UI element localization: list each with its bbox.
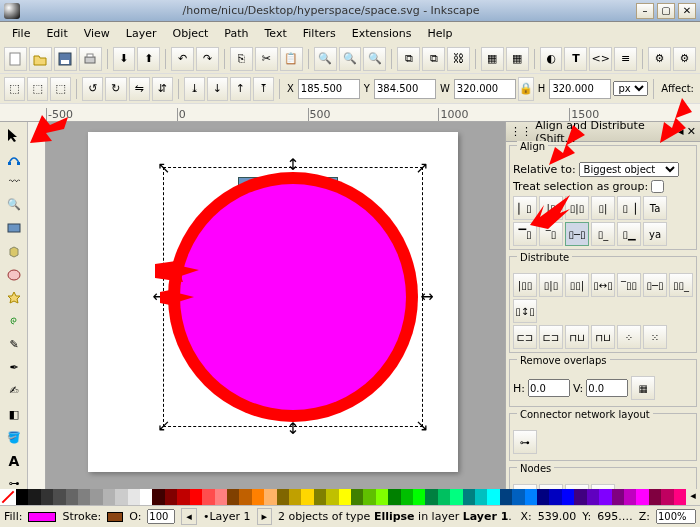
dist-right[interactable]: ▯▯| xyxy=(565,273,589,297)
select-all-button[interactable]: ⬚ xyxy=(4,77,25,101)
swatch[interactable] xyxy=(326,489,338,505)
open-button[interactable] xyxy=(29,47,52,71)
swatch[interactable] xyxy=(413,489,425,505)
menu-filters[interactable]: Filters xyxy=(295,24,344,43)
swatch[interactable] xyxy=(252,489,264,505)
dist-left[interactable]: |▯▯ xyxy=(513,273,537,297)
bucket-tool[interactable]: 🪣 xyxy=(2,426,26,448)
zoom-tool[interactable]: 🔍 xyxy=(2,194,26,216)
zoom-sel-button[interactable]: 🔍 xyxy=(314,47,337,71)
raise-top-button[interactable]: ⤒ xyxy=(253,77,274,101)
maximize-button[interactable]: ▢ xyxy=(657,3,675,19)
dist-text-v2[interactable]: ⊓⊔ xyxy=(591,325,615,349)
swatch[interactable] xyxy=(90,489,102,505)
swatch[interactable] xyxy=(376,489,388,505)
align-right[interactable]: ▯| xyxy=(591,196,615,220)
y-input[interactable] xyxy=(374,79,436,99)
swatch[interactable] xyxy=(215,489,227,505)
menu-edit[interactable]: Edit xyxy=(38,24,75,43)
swatch[interactable] xyxy=(612,489,624,505)
text-tool[interactable]: A xyxy=(2,450,26,472)
flip-v-button[interactable]: ⇵ xyxy=(152,77,173,101)
swatch[interactable] xyxy=(500,489,512,505)
align-vcenter[interactable]: ▯─▯ xyxy=(565,222,589,246)
fill-indicator[interactable] xyxy=(28,512,56,522)
save-button[interactable] xyxy=(54,47,77,71)
pencil-tool[interactable]: ✎ xyxy=(2,333,26,355)
layer-indicator[interactable]: •Layer 1 xyxy=(203,510,251,523)
handle-n[interactable]: ↕ xyxy=(286,158,300,172)
ellipse-tool[interactable] xyxy=(2,264,26,286)
dist-text-h1[interactable]: ⊏⊐ xyxy=(513,325,537,349)
swatch[interactable] xyxy=(450,489,462,505)
menu-object[interactable]: Object xyxy=(165,24,217,43)
menu-extensions[interactable]: Extensions xyxy=(344,24,420,43)
align-left-edge[interactable]: ▏▯ xyxy=(513,196,537,220)
swatch[interactable] xyxy=(401,489,413,505)
swatch[interactable] xyxy=(562,489,574,505)
prefs-button[interactable]: ⚙ xyxy=(648,47,671,71)
swatch[interactable] xyxy=(103,489,115,505)
align-bottom[interactable]: ▯_ xyxy=(591,222,615,246)
handle-ne[interactable]: ↗ xyxy=(415,161,429,175)
palette-menu-icon[interactable]: ◂ xyxy=(686,489,700,505)
swatch[interactable] xyxy=(351,489,363,505)
swatch[interactable] xyxy=(475,489,487,505)
swatch[interactable] xyxy=(177,489,189,505)
flip-h-button[interactable]: ⇋ xyxy=(129,77,150,101)
undo-button[interactable]: ↶ xyxy=(171,47,194,71)
handle-se[interactable]: ↘ xyxy=(415,419,429,433)
handle-w[interactable]: ↔ xyxy=(152,290,166,304)
swatch[interactable] xyxy=(649,489,661,505)
menu-view[interactable]: View xyxy=(76,24,118,43)
swatch[interactable] xyxy=(41,489,53,505)
swatch[interactable] xyxy=(78,489,90,505)
relative-to-select[interactable]: Biggest object xyxy=(579,162,679,177)
swatch[interactable] xyxy=(165,489,177,505)
node-tool[interactable] xyxy=(2,147,26,169)
x-input[interactable] xyxy=(298,79,360,99)
redo-button[interactable]: ↷ xyxy=(196,47,219,71)
raise-button[interactable]: ↑ xyxy=(230,77,251,101)
doc-prefs-button[interactable]: ⚙ xyxy=(673,47,696,71)
close-button[interactable]: ✕ xyxy=(678,3,696,19)
paste-button[interactable]: 📋 xyxy=(280,47,303,71)
rect-tool[interactable] xyxy=(2,217,26,239)
menu-path[interactable]: Path xyxy=(216,24,256,43)
export-button[interactable]: ⬆ xyxy=(137,47,160,71)
new-doc-button[interactable] xyxy=(4,47,27,71)
copy-button[interactable]: ⎘ xyxy=(230,47,253,71)
swatch[interactable] xyxy=(549,489,561,505)
swatch[interactable] xyxy=(314,489,326,505)
connector-layout-button[interactable]: ⊶ xyxy=(513,430,537,454)
panel-menu-icon[interactable]: ◂ xyxy=(678,125,684,138)
zoom-input[interactable] xyxy=(656,509,696,524)
dist-text-h2[interactable]: ⊏⊐ xyxy=(539,325,563,349)
panel-grip-icon[interactable]: ⋮⋮ xyxy=(510,125,532,138)
calligraphy-tool[interactable]: ✍ xyxy=(2,380,26,402)
fill-stroke-button[interactable]: ◐ xyxy=(540,47,563,71)
align-left[interactable]: |▯ xyxy=(539,196,563,220)
dist-hgap[interactable]: ▯↔▯ xyxy=(591,273,615,297)
swatch[interactable] xyxy=(16,489,28,505)
dist-hcenter[interactable]: ▯|▯ xyxy=(539,273,563,297)
swatch-none[interactable] xyxy=(0,489,16,505)
align-text-baseline[interactable]: ya xyxy=(643,222,667,246)
unlink-button[interactable]: ⛓ xyxy=(447,47,470,71)
stroke-indicator[interactable] xyxy=(107,512,123,522)
swatch[interactable] xyxy=(537,489,549,505)
menu-text[interactable]: Text xyxy=(257,24,295,43)
clone-button[interactable]: ⧉ xyxy=(422,47,445,71)
lock-aspect-button[interactable]: 🔒 xyxy=(518,77,534,101)
swatch[interactable] xyxy=(115,489,127,505)
handle-e[interactable]: ↔ xyxy=(420,290,434,304)
swatch[interactable] xyxy=(463,489,475,505)
layer-next-button[interactable]: ▸ xyxy=(257,508,273,525)
deselect-button[interactable]: ⬚ xyxy=(50,77,71,101)
dist-text-v1[interactable]: ⊓⊔ xyxy=(565,325,589,349)
panel-close-icon[interactable]: ✕ xyxy=(687,125,696,138)
swatch[interactable] xyxy=(661,489,673,505)
swatch[interactable] xyxy=(388,489,400,505)
remove-overlaps-button[interactable]: ▦ xyxy=(631,376,655,400)
swatch[interactable] xyxy=(227,489,239,505)
